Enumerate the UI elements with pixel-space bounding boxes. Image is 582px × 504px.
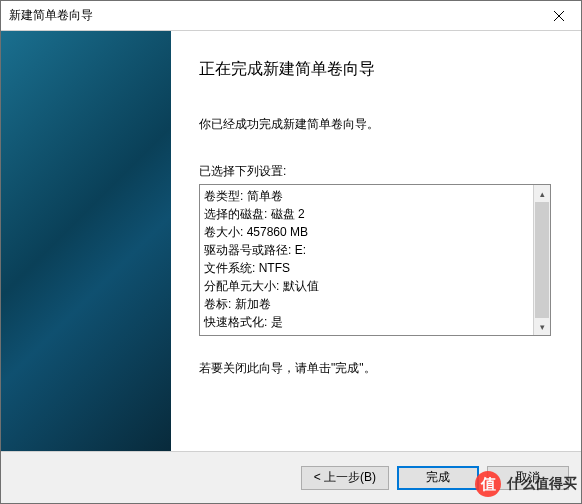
settings-label: 已选择下列设置: xyxy=(199,163,551,180)
scroll-down-icon[interactable]: ▾ xyxy=(534,318,550,335)
close-icon xyxy=(554,11,564,21)
wizard-success-text: 你已经成功完成新建简单卷向导。 xyxy=(199,116,551,133)
settings-row: 驱动器号或路径: E: xyxy=(204,241,550,259)
settings-listbox[interactable]: 卷类型: 简单卷 选择的磁盘: 磁盘 2 卷大小: 457860 MB 驱动器号… xyxy=(199,184,551,336)
window-title: 新建简单卷向导 xyxy=(9,7,93,24)
settings-row: 文件系统: NTFS xyxy=(204,259,550,277)
wizard-content: 正在完成新建简单卷向导 你已经成功完成新建简单卷向导。 已选择下列设置: 卷类型… xyxy=(171,31,581,451)
wizard-headline: 正在完成新建简单卷向导 xyxy=(199,59,551,80)
close-button[interactable] xyxy=(536,1,581,30)
scroll-thumb[interactable] xyxy=(535,202,549,318)
settings-row: 选择的磁盘: 磁盘 2 xyxy=(204,205,550,223)
settings-row: 分配单元大小: 默认值 xyxy=(204,277,550,295)
wizard-side-graphic xyxy=(1,31,171,451)
close-hint: 若要关闭此向导，请单击"完成"。 xyxy=(199,360,551,377)
settings-row: 卷类型: 简单卷 xyxy=(204,187,550,205)
wizard-body: 正在完成新建简单卷向导 你已经成功完成新建简单卷向导。 已选择下列设置: 卷类型… xyxy=(1,31,581,451)
settings-row: 快速格式化: 是 xyxy=(204,313,550,331)
scroll-track[interactable] xyxy=(534,202,550,318)
settings-row: 卷标: 新加卷 xyxy=(204,295,550,313)
titlebar: 新建简单卷向导 xyxy=(1,1,581,31)
scrollbar[interactable]: ▴ ▾ xyxy=(533,185,550,335)
wizard-footer: < 上一步(B) 完成 取消 值 什么值得买 xyxy=(1,451,581,503)
finish-button[interactable]: 完成 xyxy=(397,466,479,490)
settings-row: 卷大小: 457860 MB xyxy=(204,223,550,241)
back-button[interactable]: < 上一步(B) xyxy=(301,466,389,490)
cancel-button[interactable]: 取消 xyxy=(487,466,569,490)
scroll-up-icon[interactable]: ▴ xyxy=(534,185,550,202)
wizard-window: 新建简单卷向导 正在完成新建简单卷向导 你已经成功完成新建简单卷向导。 已选择下… xyxy=(0,0,582,504)
